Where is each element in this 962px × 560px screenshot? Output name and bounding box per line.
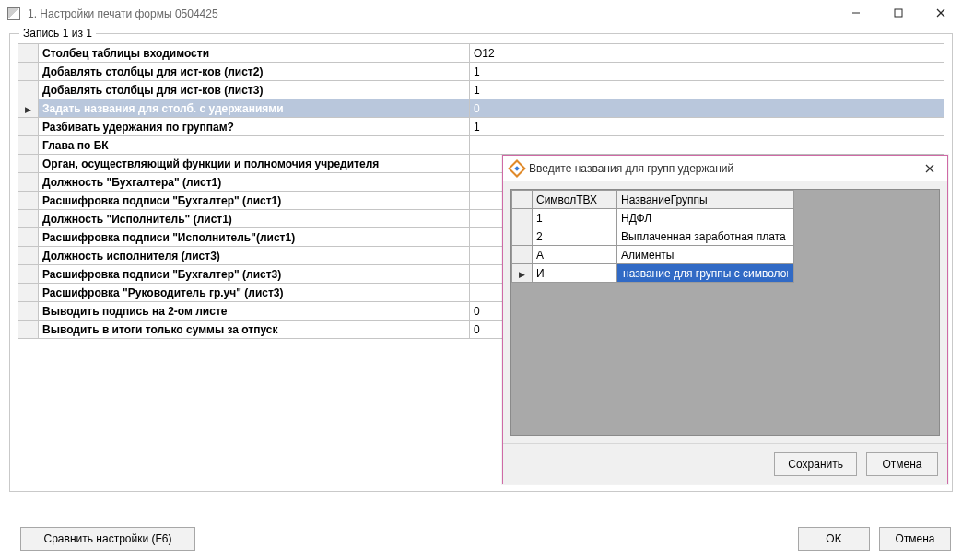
setting-label: Расшифровка подписи "Бухгалтер" (лист1) [39, 192, 470, 210]
maximize-button[interactable] [877, 0, 920, 26]
setting-label: Выводить в итоги только суммы за отпуск [39, 321, 470, 339]
settings-row[interactable]: Добавлять столбцы для ист-ков (лист3)1 [18, 81, 944, 99]
row-selector[interactable] [18, 81, 39, 99]
row-selector[interactable] [18, 321, 39, 339]
dialog-titlebar: Введите названия для групп удержаний [503, 156, 947, 181]
dialog-title: Введите названия для групп удержаний [529, 162, 733, 175]
svg-rect-1 [895, 9, 902, 17]
close-button[interactable] [920, 0, 962, 26]
dialog-cancel-button[interactable]: Отмена [866, 452, 938, 476]
symbol-cell[interactable]: 2 [533, 228, 617, 246]
settings-row[interactable]: Разбивать удержания по группам?1 [18, 118, 944, 136]
titlebar: 1. Настройки печати формы 0504425 [0, 0, 962, 28]
setting-label: Столбец таблицы входимости [39, 44, 470, 63]
group-names-grid[interactable]: СимволТВХ НазваниеГруппы 1НДФЛ2Выплаченн… [511, 190, 794, 283]
groupbox-legend: Запись 1 из 1 [19, 27, 96, 40]
setting-label: Расшифровка подписи "Бухгалтер" (лист3) [39, 265, 470, 284]
group-name-input[interactable] [621, 267, 790, 280]
compare-settings-button[interactable]: Сравнить настройки (F6) [20, 527, 195, 551]
group-name-cell[interactable]: НДФЛ [617, 209, 794, 228]
row-selector[interactable] [18, 155, 39, 173]
settings-row[interactable]: Столбец таблицы входимостиO12 [18, 44, 944, 63]
setting-label: Расшифровка подписи "Исполнитель"(лист1) [39, 228, 470, 247]
window-title: 1. Настройки печати формы 0504425 [28, 7, 218, 20]
setting-label: Орган, осуществляющий функции и полномоч… [39, 155, 470, 173]
row-selector[interactable] [512, 246, 533, 264]
setting-label: Задать названия для столб. с удержаниями [39, 99, 470, 118]
row-selector[interactable] [18, 265, 39, 284]
setting-label: Добавлять столбцы для ист-ков (лист3) [39, 81, 470, 99]
group-name-cell[interactable]: Алименты [617, 246, 794, 264]
row-selector[interactable] [18, 173, 39, 192]
ok-button[interactable]: OK [798, 527, 870, 551]
setting-label: Добавлять столбцы для ист-ков (лист2) [39, 63, 470, 81]
group-names-dialog: Введите названия для групп удержаний Сим… [502, 155, 948, 484]
setting-label: Должность исполнителя (лист3) [39, 247, 470, 265]
footer: Сравнить настройки (F6) OK Отмена [0, 518, 962, 560]
dialog-footer: Сохранить Отмена [503, 443, 947, 484]
setting-value[interactable]: 0 [470, 99, 944, 118]
setting-value[interactable] [470, 136, 944, 155]
setting-label: Глава по БК [39, 136, 470, 155]
row-selector[interactable] [18, 284, 39, 302]
row-selector[interactable] [18, 192, 39, 210]
group-name-cell[interactable]: Выплаченная заработная плата [617, 228, 794, 246]
setting-value[interactable]: 1 [470, 81, 944, 99]
row-selector[interactable] [18, 210, 39, 228]
dialog-selector-header [512, 191, 533, 209]
group-row[interactable]: 1НДФЛ [512, 209, 794, 228]
row-selector[interactable] [18, 63, 39, 81]
setting-value[interactable]: O12 [470, 44, 944, 63]
setting-label: Должность "Бухгалтера" (лист1) [39, 173, 470, 192]
row-selector[interactable] [512, 209, 533, 228]
dialog-icon [510, 162, 523, 175]
minimize-button[interactable] [835, 0, 877, 26]
group-row[interactable]: ААлименты [512, 246, 794, 264]
setting-value[interactable]: 1 [470, 63, 944, 81]
column-header-symbol[interactable]: СимволТВХ [533, 191, 617, 209]
window-controls [835, 0, 962, 28]
cancel-button[interactable]: Отмена [879, 527, 951, 551]
row-selector[interactable] [18, 44, 39, 63]
dialog-body: СимволТВХ НазваниеГруппы 1НДФЛ2Выплаченн… [503, 181, 947, 443]
row-selector[interactable] [512, 264, 533, 283]
row-selector[interactable] [18, 302, 39, 321]
row-selector[interactable] [18, 118, 39, 136]
row-selector[interactable] [18, 99, 39, 118]
app-icon [7, 7, 20, 20]
setting-label: Расшифровка "Руководитель гр.уч" (лист3) [39, 284, 470, 302]
symbol-cell[interactable]: 1 [533, 209, 617, 228]
settings-row[interactable]: Задать названия для столб. с удержаниями… [18, 99, 944, 118]
row-selector[interactable] [18, 136, 39, 155]
row-selector[interactable] [512, 228, 533, 246]
setting-label: Разбивать удержания по группам? [39, 118, 470, 136]
symbol-cell[interactable]: И [533, 264, 617, 283]
dialog-close-button[interactable] [918, 159, 942, 178]
settings-row[interactable]: Глава по БК [18, 136, 944, 155]
setting-label: Выводить подпись на 2-ом листе [39, 302, 470, 321]
dialog-grid-wrap: СимволТВХ НазваниеГруппы 1НДФЛ2Выплаченн… [510, 189, 940, 436]
group-row[interactable]: И [512, 264, 794, 283]
setting-value[interactable]: 1 [470, 118, 944, 136]
settings-row[interactable]: Добавлять столбцы для ист-ков (лист2)1 [18, 63, 944, 81]
setting-label: Должность "Исполнитель" (лист1) [39, 210, 470, 228]
column-header-name[interactable]: НазваниеГруппы [617, 191, 794, 209]
row-selector[interactable] [18, 247, 39, 265]
group-row[interactable]: 2Выплаченная заработная плата [512, 228, 794, 246]
dialog-save-button[interactable]: Сохранить [774, 452, 857, 476]
row-selector[interactable] [18, 228, 39, 247]
symbol-cell[interactable]: А [533, 246, 617, 264]
group-name-cell[interactable] [617, 264, 794, 283]
